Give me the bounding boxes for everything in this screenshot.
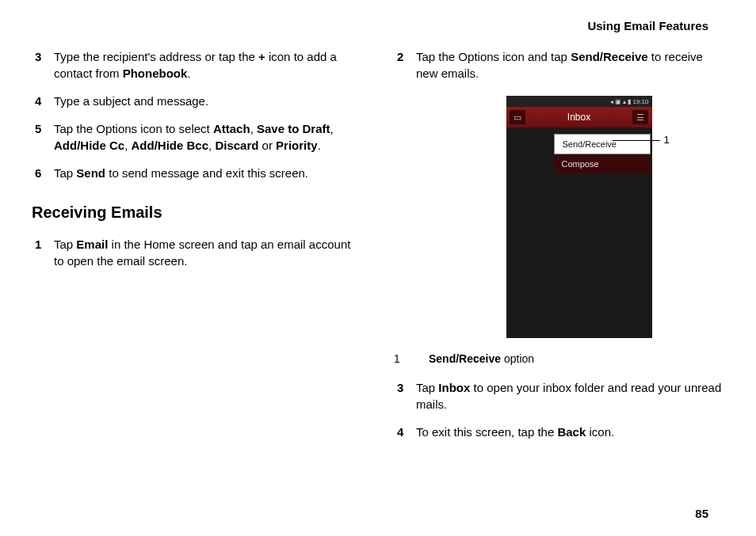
bold-text: Attach	[213, 122, 250, 135]
text: to send message and exit this screen.	[105, 166, 308, 180]
text: Tap	[54, 166, 76, 180]
section-heading-receiving: Receiving Emails	[32, 203, 362, 222]
legend-text: Send/Receive option	[429, 352, 534, 365]
bold-text: Priority	[276, 139, 318, 152]
legend-number: 1	[394, 352, 410, 365]
left-steps-list-2: 1Tap Email in the Home screen and tap an…	[32, 236, 362, 269]
content-columns: 3Type the recipient's address or tap the…	[32, 48, 724, 451]
text: Type a subject and message.	[54, 94, 208, 108]
numbered-step: 3Type the recipient's address or tap the…	[32, 48, 362, 82]
step-number: 1	[32, 236, 54, 269]
right-steps-list-a: 2Tap the Options icon and tap Send/Recei…	[394, 48, 724, 82]
step-body: Tap Email in the Home screen and tap an …	[54, 236, 362, 269]
status-icons: ◂ ▣ ▴ ▮	[610, 98, 632, 105]
page-header: Using Email Features	[32, 19, 724, 32]
step-body: Tap Send to send message and exit this s…	[54, 165, 362, 181]
bold-text: Add/Hide Bcc	[132, 139, 209, 152]
page-number: 85	[695, 507, 708, 520]
right-steps-list-b: 3Tap Inbox to open your inbox folder and…	[394, 379, 724, 440]
text: .	[318, 139, 321, 152]
step-body: To exit this screen, tap the Back icon.	[416, 424, 724, 440]
status-time: 19:10	[632, 98, 648, 105]
numbered-step: 1Tap Email in the Home screen and tap an…	[32, 236, 362, 269]
numbered-step: 4Type a subject and message.	[32, 93, 362, 109]
text: Tap the Options icon and tap	[416, 50, 571, 63]
bold-text: Inbox	[438, 381, 470, 394]
bold-text: Back	[557, 425, 586, 439]
numbered-step: 4To exit this screen, tap the Back icon.	[394, 424, 724, 440]
numbered-step: 2Tap the Options icon and tap Send/Recei…	[394, 48, 724, 82]
step-number: 3	[394, 379, 416, 412]
figure-legend: 1 Send/Receive option	[394, 352, 724, 365]
text: ,	[330, 122, 334, 135]
callout-line	[613, 140, 660, 141]
text: Tap the Options icon to select	[54, 122, 213, 135]
step-number: 3	[32, 48, 54, 82]
callout-number-1: 1	[664, 134, 670, 146]
bold-text: Save to Draft	[257, 122, 330, 135]
text: To exit this screen, tap the	[416, 425, 557, 439]
bold-text: Email	[76, 238, 108, 251]
bold-text: Discard	[215, 139, 258, 152]
numbered-step: 6Tap Send to send message and exit this …	[32, 165, 362, 181]
step-body: Type a subject and message.	[54, 93, 362, 109]
step-body: Type the recipient's address or tap the …	[54, 48, 362, 82]
text: or	[258, 139, 276, 152]
left-column: 3Type the recipient's address or tap the…	[32, 48, 362, 451]
text: .	[187, 67, 190, 80]
phone-figure: ◂ ▣ ▴ ▮ 19:10 ▭ Inbox ☰ Send/Receive Com…	[394, 96, 724, 338]
left-steps-list: 3Type the recipient's address or tap the…	[32, 48, 362, 181]
menu-item-send-receive[interactable]: Send/Receive	[554, 134, 651, 154]
step-number: 2	[394, 48, 416, 82]
text: Tap	[54, 238, 76, 251]
back-icon[interactable]: ▭	[510, 110, 525, 124]
bold-text: Send/Receive	[429, 352, 501, 365]
phone-screenshot: ◂ ▣ ▴ ▮ 19:10 ▭ Inbox ☰ Send/Receive Com…	[506, 96, 652, 338]
bold-text: Phonebook	[123, 67, 188, 80]
step-number: 4	[32, 93, 54, 109]
options-icon[interactable]: ☰	[632, 110, 648, 124]
text: ,	[250, 122, 257, 135]
bold-text: Send	[76, 166, 105, 180]
phone-header-bar: ▭ Inbox ☰	[506, 107, 652, 127]
text: Tap	[416, 381, 438, 394]
numbered-step: 5Tap the Options icon to select Attach, …	[32, 120, 362, 154]
step-body: Tap the Options icon and tap Send/Receiv…	[416, 48, 724, 82]
numbered-step: 3Tap Inbox to open your inbox folder and…	[394, 379, 724, 412]
bold-text: Add/Hide Cc	[54, 139, 124, 152]
right-column: 2Tap the Options icon and tap Send/Recei…	[394, 48, 724, 451]
step-body: Tap Inbox to open your inbox folder and …	[416, 379, 724, 412]
step-number: 4	[394, 424, 416, 440]
step-body: Tap the Options icon to select Attach, S…	[54, 120, 362, 154]
bold-text: Send/Receive	[571, 50, 648, 63]
phone-header-title[interactable]: Inbox	[567, 112, 590, 123]
step-number: 6	[32, 165, 54, 181]
text: ,	[124, 139, 131, 152]
menu-item-compose[interactable]: Compose	[554, 154, 651, 173]
text: option	[501, 352, 534, 365]
step-number: 5	[32, 120, 54, 154]
text: Type the recipient's address or tap the	[54, 50, 258, 63]
text: icon.	[586, 425, 614, 439]
bold-text: +	[258, 50, 265, 63]
phone-status-bar: ◂ ▣ ▴ ▮ 19:10	[506, 96, 652, 107]
